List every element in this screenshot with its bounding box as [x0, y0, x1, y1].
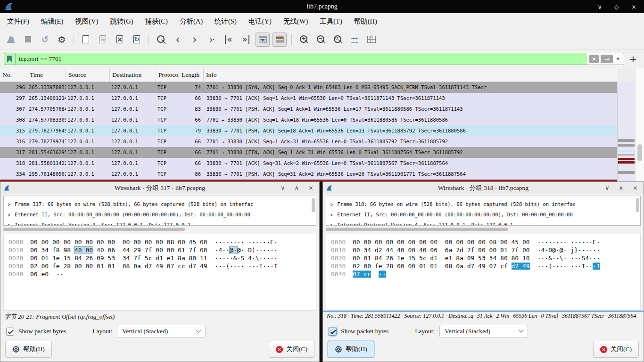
menu-item-10[interactable]: 帮助(H) [353, 16, 379, 27]
tree-vertical-scrollbar[interactable] [636, 198, 639, 212]
hex-dump[interactable]: 000000 00 00 00 00 00 00 00 00 00 00 00 … [326, 234, 641, 311]
column-header-time[interactable]: Time [27, 68, 66, 82]
packet-list[interactable]: 296265.133978931127.0.0.1127.0.0.1TCP747… [0, 82, 617, 180]
tree-vertical-scrollbar[interactable] [312, 198, 315, 212]
scrollbar-handle[interactable] [3, 228, 185, 231]
column-header-no[interactable]: No. [0, 68, 27, 82]
menu-item-8[interactable]: 无线(W) [282, 16, 309, 27]
menu-item-0[interactable]: 文件(F) [6, 16, 31, 27]
close-icon[interactable]: × [633, 184, 638, 191]
close-file-button[interactable] [113, 33, 127, 47]
packet-row-315[interactable]: 315279.782779649127.0.0.1127.0.0.1TCP793… [0, 125, 617, 136]
hex-row-0010[interactable]: 001000 34 d2 44 40 00 40 06 6a 7d 7f 00 … [331, 246, 640, 254]
hex-row-0020[interactable]: 002000 01 1e 15 84 26 09 53 34 7f 5c d1 … [8, 254, 316, 262]
tree-row-1[interactable]: Ethernet II, Src: 00:00:00_00:00:00 (00:… [330, 209, 640, 220]
packet-row-334[interactable]: 334295.761480561127.0.0.1127.0.0.1TCP863… [0, 169, 617, 180]
hex-row-0010[interactable]: 001000 34 f8 98 40 00 40 06 44 29 7f 00 … [8, 246, 316, 254]
packet-list-scrollbar[interactable] [635, 68, 644, 181]
show-packet-bytes-checkbox[interactable] [6, 328, 14, 336]
filter-text[interactable]: tcp.port == 7701 [16, 53, 587, 65]
maximize-icon[interactable]: ◇ [614, 3, 619, 10]
packet-row-296[interactable]: 296265.133978931127.0.0.1127.0.0.1TCP747… [0, 82, 617, 93]
tree-row-0[interactable]: Frame 317: 66 bytes on wire (528 bits), … [8, 199, 316, 209]
hex-row-0040[interactable]: 004000 e0·· [8, 270, 316, 278]
close-button[interactable]: 关闭(C) [593, 341, 639, 358]
close-icon[interactable]: × [308, 184, 314, 191]
resize-columns-button[interactable] [347, 33, 362, 47]
hex-row-0030[interactable]: 003002 00 fe 28 00 00 01 01 08 0a d7 49 … [331, 262, 640, 270]
packet-row-297[interactable]: 297265.134001214127.0.0.1127.0.0.1TCP663… [0, 93, 617, 104]
zoom-out-button[interactable] [314, 33, 328, 47]
packet-row-318[interactable]: 318281.558011422127.0.0.1127.0.0.1TCP663… [0, 158, 617, 169]
maximize-icon[interactable]: ∧ [619, 184, 624, 191]
go-last-button[interactable] [239, 33, 253, 47]
hex-row-0030[interactable]: 003002 00 fe 28 00 00 01 01 08 0a d7 49 … [8, 262, 316, 270]
packet-detail-tree[interactable]: Frame 317: 66 bytes on wire (528 bits), … [3, 196, 316, 226]
menu-item-5[interactable]: 分析(A) [178, 16, 204, 27]
menu-item-6[interactable]: 统计(S) [213, 16, 238, 27]
filter-bookmark-button[interactable] [4, 53, 16, 65]
auto-scroll-button[interactable] [256, 33, 270, 47]
maximize-icon[interactable]: ∧ [295, 184, 299, 191]
menu-item-9[interactable]: 工具(T) [318, 16, 344, 27]
layout-select[interactable]: Vertical (Stacked) [439, 325, 528, 338]
open-file-button[interactable] [79, 33, 93, 47]
tree-row-2[interactable]: Internet Protocol Version 4, Src: 127.0.… [330, 220, 640, 226]
start-capture-button[interactable] [4, 33, 18, 47]
menu-item-1[interactable]: 编辑(E) [40, 16, 65, 27]
tree-row-0[interactable]: Frame 318: 66 bytes on wire (528 bits), … [330, 199, 640, 209]
packet-row-316[interactable]: 316279.782799743127.0.0.1127.0.0.1TCP667… [0, 136, 617, 147]
hex-row-0020[interactable]: 002000 01 84 26 1e 15 5c d1 e1 8a 09 53 … [331, 254, 640, 262]
expand-icon[interactable] [330, 209, 333, 220]
column-header-length[interactable]: Length [179, 68, 204, 82]
display-filter-input[interactable]: tcp.port == 7701 × → ▼ [4, 53, 624, 65]
tree-horizontal-scrollbar[interactable] [326, 228, 641, 232]
tree-horizontal-scrollbar[interactable] [3, 228, 316, 232]
go-first-button[interactable] [222, 33, 236, 47]
close-icon[interactable]: × [631, 3, 636, 10]
minimize-icon[interactable]: ∨ [598, 3, 603, 10]
menu-item-3[interactable]: 跳转(G) [108, 16, 134, 27]
layout-button[interactable] [364, 33, 379, 47]
colorize-button[interactable] [272, 33, 287, 47]
scrollbar-handle[interactable] [326, 228, 508, 231]
packet-detail-tree[interactable]: Frame 318: 66 bytes on wire (528 bits), … [326, 196, 641, 226]
packet-row-317[interactable]: 317281.554636295127.0.0.1127.0.0.1TCP667… [0, 147, 617, 158]
restart-capture-button[interactable] [38, 33, 52, 47]
packet-row-308[interactable]: 308274.577083309127.0.0.1127.0.0.1TCP667… [0, 115, 617, 125]
expand-icon[interactable] [8, 209, 10, 220]
scrollbar-handle[interactable] [637, 144, 642, 161]
filter-apply-icon[interactable]: → [601, 55, 613, 63]
minimize-icon[interactable]: ∨ [281, 184, 285, 191]
hex-dump[interactable]: 000000 00 00 00 00 00 00 00 00 00 00 00 … [3, 234, 316, 311]
zoom-in-button[interactable] [297, 33, 311, 47]
packet-row-307[interactable]: 307274.577057684127.0.0.1127.0.0.1TCP833… [0, 104, 617, 115]
help-button[interactable]: 帮助(H) [5, 341, 52, 358]
column-header-protocol[interactable]: Protocol [156, 68, 179, 82]
zoom-reset-button[interactable] [330, 33, 345, 47]
close-button[interactable]: 关闭(C) [269, 341, 314, 358]
filter-clear-icon[interactable]: × [589, 55, 599, 63]
reload-file-button[interactable] [130, 33, 144, 47]
help-button[interactable]: 帮助(H) [328, 341, 374, 358]
menu-item-2[interactable]: 视图(V) [74, 16, 99, 27]
column-header-destination[interactable]: Destination [110, 68, 156, 82]
column-header-info[interactable]: Info [204, 68, 617, 82]
go-forward-button[interactable] [188, 33, 202, 47]
save-file-button[interactable] [96, 33, 110, 47]
menu-item-7[interactable]: 电话(Y) [247, 16, 273, 27]
find-packet-button[interactable] [154, 33, 168, 47]
hex-row-0040[interactable]: 004007 cc·· [331, 270, 640, 278]
expand-icon[interactable] [330, 199, 333, 209]
stop-capture-button[interactable] [21, 33, 35, 47]
column-header-source[interactable]: Source [66, 68, 110, 82]
chevron-down-icon[interactable]: ▼ [615, 57, 621, 61]
go-back-button[interactable] [171, 33, 185, 47]
hex-row-0000[interactable]: 000000 00 00 00 00 00 00 00 00 00 00 00 … [331, 238, 640, 246]
show-packet-bytes-checkbox[interactable] [329, 328, 337, 336]
go-to-packet-button[interactable] [205, 33, 219, 47]
menu-item-4[interactable]: 捕获(C) [144, 16, 169, 27]
dialog-titlebar[interactable]: Wireshark · 分组 318 · lib7.pcapng ∨ ∧ × [323, 182, 644, 194]
capture-options-button[interactable] [55, 33, 69, 47]
intelligent-scrollbar-minimap[interactable] [617, 82, 635, 181]
